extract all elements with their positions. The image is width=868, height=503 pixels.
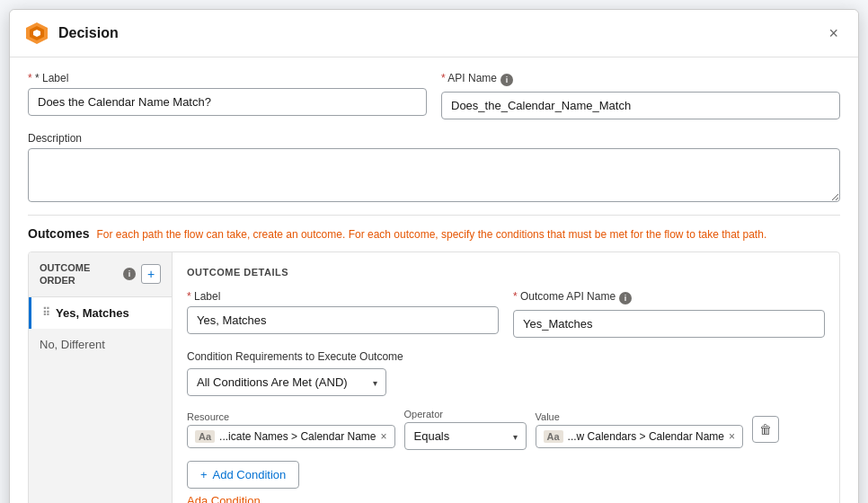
outcome-api-name-input[interactable]: [513, 310, 825, 338]
resource-value: ...icate Names > Calendar Name: [219, 430, 376, 443]
ada-condition-area: Ada Condition: [187, 494, 825, 503]
api-name-group: API Name i: [441, 72, 840, 119]
label-api-row: * Label API Name i: [28, 72, 840, 119]
decision-modal: Decision × * Label API Name i Descriptio…: [9, 9, 859, 503]
add-outcome-button[interactable]: +: [141, 264, 161, 284]
outcome-label-no: No, Different: [40, 338, 105, 351]
operator-select-wrapper: Equals Does Not Equal Contains Starts Wi…: [404, 422, 527, 450]
value-resource-text: ...w Calendars > Calendar Name: [568, 430, 724, 443]
modal-title: Decision: [58, 25, 823, 41]
modal-body: * Label API Name i Description Outcomes …: [10, 57, 858, 503]
operator-group: Operator Equals Does Not Equal Contains …: [404, 409, 527, 450]
delete-condition-button[interactable]: 🗑: [752, 416, 779, 443]
outcome-order-info-icon: i: [123, 268, 136, 280]
resource-group: Resource Aa ...icate Names > Calendar Na…: [187, 411, 395, 448]
value-label: Value: [536, 411, 744, 422]
add-condition-plus-icon: +: [200, 468, 208, 481]
outcome-details-title: OUTCOME DETAILS: [187, 267, 825, 278]
condition-req-select[interactable]: All Conditions Are Met (AND) Any Conditi…: [187, 368, 386, 396]
outcome-api-name-group: Outcome API Name i: [513, 290, 825, 338]
value-clear-icon[interactable]: ×: [729, 430, 735, 443]
condition-req-section: Condition Requirements to Execute Outcom…: [187, 350, 825, 396]
condition-req-wrapper: All Conditions Are Met (AND) Any Conditi…: [187, 368, 386, 396]
add-condition-button[interactable]: + Add Condition: [187, 461, 299, 489]
outcome-label-input[interactable]: [187, 306, 499, 334]
add-condition-label: Add Condition: [213, 468, 287, 481]
outcome-sidebar-header: OUTCOME ORDER i +: [29, 252, 172, 297]
outcomes-section-header: Outcomes For each path the flow can take…: [28, 215, 840, 241]
condition-row: Resource Aa ...icate Names > Calendar Na…: [187, 409, 825, 450]
outcome-api-name-label: Outcome API Name: [513, 290, 616, 303]
resource-clear-icon[interactable]: ×: [380, 430, 386, 443]
outcomes-title: Outcomes: [28, 226, 89, 241]
drag-handle-yes: ⠿: [42, 306, 50, 319]
delete-icon: 🗑: [759, 422, 772, 437]
api-name-input[interactable]: [441, 92, 840, 119]
label-input[interactable]: [28, 88, 427, 116]
description-label: Description: [28, 132, 840, 145]
value-group: Value Aa ...w Calendars > Calendar Name …: [536, 411, 744, 448]
operator-select[interactable]: Equals Does Not Equal Contains Starts Wi…: [404, 422, 527, 450]
modal-header: Decision ×: [10, 10, 858, 57]
outcome-item-yes-matches[interactable]: ⠿ Yes, Matches: [29, 297, 172, 329]
logo-icon: [24, 21, 49, 46]
outcome-label-yes: Yes, Matches: [56, 306, 129, 320]
ada-condition-label: Ada Condition: [187, 494, 261, 503]
close-button[interactable]: ×: [823, 22, 844, 45]
resource-input-wrapper[interactable]: Aa ...icate Names > Calendar Name ×: [187, 425, 395, 448]
value-type-icon: Aa: [544, 430, 563, 443]
api-name-label: API Name: [441, 72, 497, 84]
outcome-sidebar: OUTCOME ORDER i + ⠿ Yes, Matches No, Dif…: [29, 252, 173, 503]
outcome-label-field-label: Label: [187, 290, 499, 303]
api-name-info-icon: i: [500, 74, 513, 86]
outcome-item-no-different[interactable]: No, Different: [29, 329, 172, 360]
outcome-order-label: OUTCOME ORDER: [40, 261, 120, 287]
outcome-api-info-icon: i: [619, 292, 632, 304]
operator-label: Operator: [404, 409, 527, 419]
description-input[interactable]: [28, 148, 840, 202]
resource-type-icon: Aa: [195, 430, 215, 443]
outcome-label-api-row: Label Outcome API Name i: [187, 290, 825, 338]
outcome-details-panel: OUTCOME DETAILS Label Outcome API Name i: [173, 252, 839, 503]
label-field-label: * Label: [28, 72, 427, 84]
outcomes-description: For each path the flow can take, create …: [96, 228, 766, 241]
description-group: Description: [28, 132, 840, 202]
resource-label: Resource: [187, 411, 395, 422]
outcomes-content: OUTCOME ORDER i + ⠿ Yes, Matches No, Dif…: [28, 252, 840, 503]
value-input-wrapper[interactable]: Aa ...w Calendars > Calendar Name ×: [536, 425, 744, 448]
label-group: * Label: [28, 72, 427, 119]
outcome-label-group: Label: [187, 290, 499, 338]
condition-req-label: Condition Requirements to Execute Outcom…: [187, 350, 825, 363]
